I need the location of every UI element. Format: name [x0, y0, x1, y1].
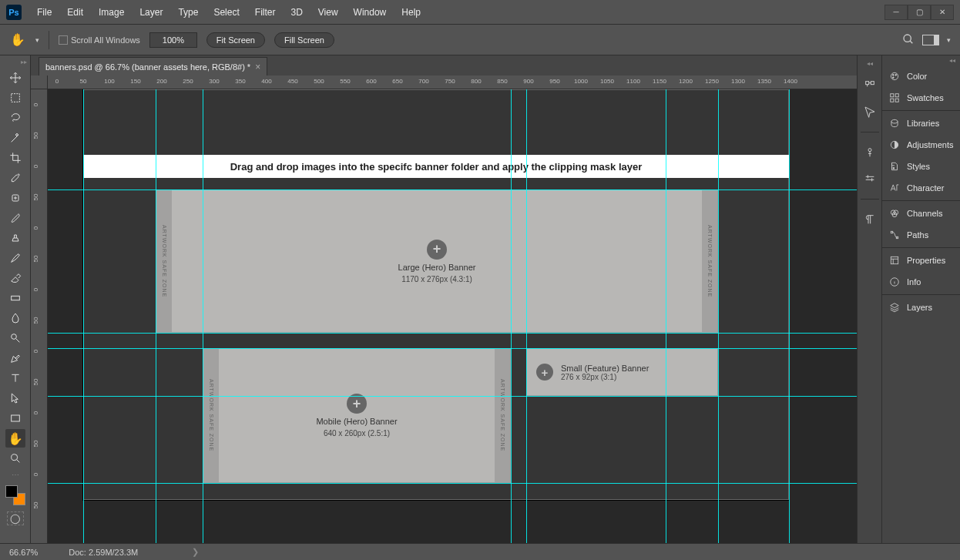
plus-icon: +: [536, 364, 553, 381]
edit-toolbar-icon[interactable]: ⋯: [12, 471, 19, 479]
menu-window[interactable]: Window: [346, 0, 394, 25]
menu-select[interactable]: Select: [206, 0, 247, 25]
svg-point-10: [868, 149, 871, 152]
menu-type[interactable]: Type: [170, 0, 206, 25]
quick-mask-toggle[interactable]: ◯: [7, 511, 24, 525]
channels-panel[interactable]: Channels: [882, 203, 960, 224]
dodge-tool[interactable]: [5, 329, 25, 347]
blur-tool[interactable]: [5, 309, 25, 327]
crop-tool[interactable]: [5, 149, 25, 167]
menu-layer[interactable]: Layer: [132, 0, 170, 25]
svg-rect-8: [865, 82, 868, 85]
hand-tool-icon[interactable]: ✋: [9, 32, 26, 49]
ruler-origin[interactable]: [31, 75, 48, 89]
path-selection-tool[interactable]: [5, 389, 25, 407]
panel-label: Styles: [907, 162, 930, 171]
lasso-tool[interactable]: [5, 109, 25, 127]
layers-panel[interactable]: Layers: [882, 297, 960, 318]
svg-rect-4: [11, 296, 19, 300]
rectangle-tool[interactable]: [5, 409, 25, 428]
status-menu-icon[interactable]: ❯: [192, 547, 199, 557]
fit-screen-button[interactable]: Fit Screen: [206, 32, 265, 48]
panel-label: Adjustments: [907, 140, 954, 149]
color-panel[interactable]: Color: [882, 65, 960, 87]
magic-wand-tool[interactable]: [5, 129, 25, 147]
zoom-tool[interactable]: [5, 449, 25, 468]
type-tool[interactable]: [5, 369, 25, 387]
menu-3d[interactable]: 3D: [283, 0, 310, 25]
menu-help[interactable]: Help: [394, 0, 428, 25]
collapse-panels-icon[interactable]: ◂◂: [949, 57, 955, 64]
svg-rect-6: [11, 415, 19, 421]
large-hero-slot[interactable]: ARTWORK SAFE ZONE + Large (Hero) Banner …: [156, 189, 718, 333]
color-icon: [888, 70, 901, 82]
close-tab-icon[interactable]: ×: [255, 62, 260, 72]
hand-tool[interactable]: ✋: [5, 429, 25, 448]
panel-label: Info: [907, 277, 921, 287]
marquee-tool[interactable]: [5, 89, 25, 107]
eyedropper-tool[interactable]: [5, 169, 25, 187]
brushes-panel-icon[interactable]: [862, 145, 878, 160]
character-panel[interactable]: Character: [882, 177, 960, 199]
collapse-tools-icon[interactable]: ▸▸: [21, 59, 27, 65]
menu-file[interactable]: File: [29, 0, 59, 25]
move-tool[interactable]: [5, 69, 25, 87]
history-brush-tool[interactable]: [5, 249, 25, 267]
close-button[interactable]: ✕: [931, 5, 954, 20]
tool-preset-dropdown[interactable]: ▾: [35, 36, 39, 44]
brush-settings-panel-icon[interactable]: [862, 171, 878, 186]
scroll-all-windows-checkbox[interactable]: Scroll All Windows: [59, 35, 140, 45]
character-icon: [888, 182, 901, 194]
app-logo: Ps: [6, 5, 22, 20]
styles-panel[interactable]: Styles: [882, 156, 960, 177]
brush-tool[interactable]: [5, 209, 25, 227]
menu-image[interactable]: Image: [91, 0, 132, 25]
paragraph-panel-icon[interactable]: [862, 212, 878, 227]
horizontal-ruler[interactable]: 0501001502002503003504004505005506006507…: [48, 75, 857, 89]
history-panel-icon[interactable]: [862, 78, 878, 93]
canvas-viewport[interactable]: Drag and drop images into the specifc ba…: [48, 89, 857, 543]
fill-screen-button[interactable]: Fill Screen: [274, 32, 334, 48]
svg-point-5: [11, 334, 16, 340]
eraser-tool[interactable]: [5, 269, 25, 287]
search-icon[interactable]: [902, 33, 915, 47]
svg-point-13: [895, 74, 897, 75]
paths-panel[interactable]: Paths: [882, 224, 960, 246]
info-icon: [888, 276, 901, 288]
pen-tool[interactable]: [5, 349, 25, 367]
mobile-hero-slot[interactable]: ARTWORK SAFE ZONE + Mobile (Hero) Banner…: [203, 348, 511, 483]
menu-edit[interactable]: Edit: [59, 0, 91, 25]
svg-point-11: [891, 72, 898, 79]
svg-point-14: [892, 77, 894, 79]
properties-icon: [888, 254, 901, 267]
document-tab[interactable]: banners.psd @ 66.7% (banner assets here,…: [39, 57, 267, 75]
clone-stamp-tool[interactable]: [5, 229, 25, 247]
navigator-panel-icon[interactable]: [862, 104, 878, 119]
status-doc-size[interactable]: Doc: 2.59M/23.3M: [69, 548, 138, 557]
zoom-level-input[interactable]: 100%: [149, 32, 197, 48]
libraries-panel[interactable]: Libraries: [882, 112, 960, 134]
styles-icon: [888, 160, 901, 173]
adjustments-panel[interactable]: Adjustments: [882, 134, 960, 156]
workspace-switcher-icon[interactable]: [922, 35, 939, 45]
swatches-panel[interactable]: Swatches: [882, 87, 960, 109]
slot-title: Mobile (Hero) Banner: [316, 417, 397, 426]
small-feature-slot[interactable]: + Small (Feature) Banner 276 x 92px (3:1…: [526, 348, 718, 396]
vertical-ruler[interactable]: 050050050050050050050: [31, 89, 48, 543]
menu-view[interactable]: View: [310, 0, 346, 25]
maximize-button[interactable]: ▢: [908, 5, 931, 20]
workspace-dropdown[interactable]: ▾: [947, 36, 951, 44]
gradient-tool[interactable]: [5, 289, 25, 307]
color-swatch[interactable]: [4, 485, 27, 505]
expand-dock-icon[interactable]: ◂◂: [867, 60, 873, 67]
info-panel[interactable]: Info: [882, 271, 960, 293]
plus-icon: +: [427, 240, 447, 260]
adjustments-icon: [888, 139, 901, 151]
status-zoom[interactable]: 66.67%: [9, 548, 38, 557]
minimize-button[interactable]: ─: [884, 5, 908, 20]
menu-filter[interactable]: Filter: [247, 0, 284, 25]
properties-panel[interactable]: Properties: [882, 250, 960, 271]
svg-rect-2: [11, 94, 19, 102]
slot-title: Small (Feature) Banner: [561, 364, 649, 373]
healing-brush-tool[interactable]: [5, 189, 25, 207]
